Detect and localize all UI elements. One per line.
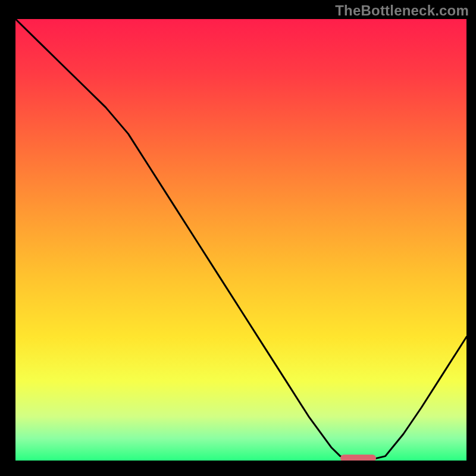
optimal-range-marker: [340, 455, 377, 461]
bottleneck-curve: [15, 19, 466, 461]
plot-frame: [10, 19, 466, 466]
watermark-text: TheBottleneck.com: [335, 2, 469, 19]
plot-area: [15, 19, 466, 461]
chart-stage: TheBottleneck.com: [0, 0, 476, 476]
